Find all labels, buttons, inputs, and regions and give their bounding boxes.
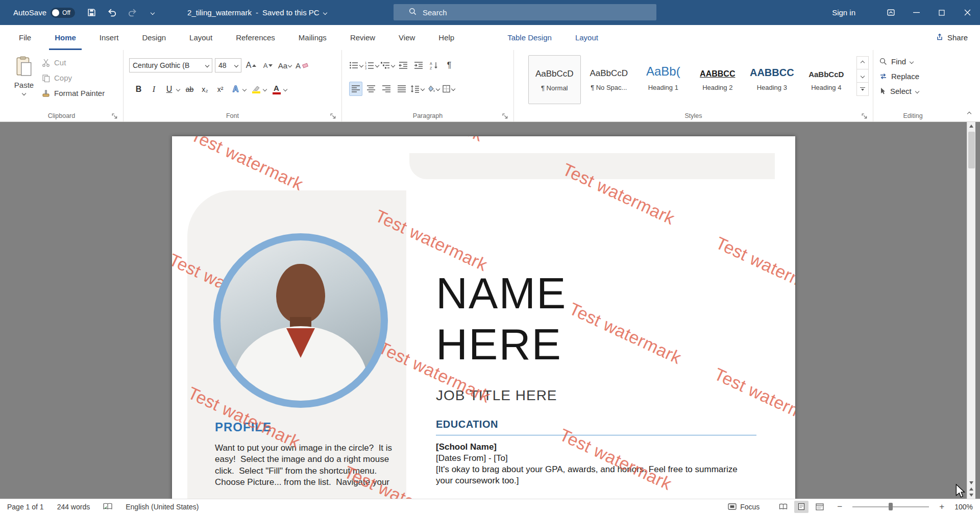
paragraph-dialog-launcher-icon[interactable] <box>502 112 508 118</box>
next-page-icon[interactable] <box>969 494 973 497</box>
italic-button[interactable]: I <box>147 82 161 97</box>
font-family-combobox[interactable]: Century Gothic (B <box>129 58 212 72</box>
tab-insert[interactable]: Insert <box>88 25 131 50</box>
ribbon-display-options-icon[interactable] <box>878 0 903 25</box>
sort-button[interactable]: AZ <box>427 58 440 72</box>
find-button[interactable]: Find <box>879 57 919 66</box>
share-button[interactable]: Share <box>936 25 968 50</box>
styles-dialog-launcher-icon[interactable] <box>862 112 868 118</box>
undo-icon[interactable] <box>107 8 117 18</box>
text-effects-chevron-icon[interactable] <box>242 87 247 91</box>
close-icon[interactable] <box>954 0 980 25</box>
underline-button[interactable]: U <box>162 82 176 97</box>
replace-button[interactable]: Replace <box>879 72 919 81</box>
decrease-indent-button[interactable] <box>397 58 410 72</box>
superscript-button[interactable]: x² <box>213 82 227 97</box>
focus-mode-button[interactable]: Focus <box>728 503 760 511</box>
tab-layout[interactable]: Layout <box>178 25 224 50</box>
style-normal[interactable]: AaBbCcD ¶ Normal <box>528 55 581 104</box>
redo-icon[interactable] <box>127 8 137 18</box>
font-color-button[interactable]: A <box>270 82 283 97</box>
select-button[interactable]: Select <box>879 87 919 95</box>
align-right-button[interactable] <box>380 82 393 96</box>
align-center-button[interactable] <box>364 82 378 96</box>
strikethrough-button[interactable]: ab <box>183 82 197 97</box>
justify-button[interactable] <box>395 82 408 96</box>
font-dialog-launcher-icon[interactable] <box>330 112 336 118</box>
style-no-spacing[interactable]: AaBbCcD ¶ No Spac... <box>583 55 635 104</box>
grow-font-button[interactable]: A <box>244 58 258 72</box>
sign-in-button[interactable]: Sign in <box>823 8 865 17</box>
subscript-button[interactable]: x₂ <box>198 82 212 97</box>
qat-customize-chevron-icon[interactable] <box>148 8 158 18</box>
tab-mailings[interactable]: Mailings <box>287 25 338 50</box>
print-layout-view-icon[interactable] <box>794 501 808 513</box>
increase-indent-button[interactable] <box>412 58 425 72</box>
font-color-chevron-icon[interactable] <box>283 87 287 91</box>
copy-button[interactable]: Copy <box>42 74 105 82</box>
borders-button[interactable] <box>442 82 455 96</box>
document-page[interactable]: Test watermarkTest watermarkTest waterma… <box>172 136 795 499</box>
search-input[interactable]: Search <box>394 4 656 20</box>
page-number-indicator[interactable]: Page 1 of 1 <box>7 503 44 511</box>
zoom-out-button[interactable]: − <box>836 502 843 512</box>
document-canvas[interactable]: Test watermarkTest watermarkTest waterma… <box>0 122 980 499</box>
text-effects-button[interactable]: A <box>229 82 242 97</box>
highlight-color-button[interactable] <box>249 82 263 97</box>
paste-button[interactable]: Paste <box>9 56 39 107</box>
scroll-down-arrow-icon[interactable] <box>969 481 973 484</box>
document-title[interactable]: 2_tiling_watermark - Saved to this PC <box>187 8 327 17</box>
multilevel-list-button[interactable] <box>381 58 395 72</box>
bold-button[interactable]: B <box>132 82 145 97</box>
tab-references[interactable]: References <box>224 25 287 50</box>
tab-review[interactable]: Review <box>338 25 387 50</box>
tab-table-layout[interactable]: Layout <box>564 25 610 50</box>
scrollbar-thumb[interactable] <box>968 132 975 168</box>
zoom-level-indicator[interactable]: 100% <box>954 503 973 511</box>
language-indicator[interactable]: English (United States) <box>126 503 199 511</box>
tab-table-design[interactable]: Table Design <box>496 25 564 50</box>
shading-button[interactable] <box>426 82 439 96</box>
align-left-button[interactable] <box>349 82 362 96</box>
zoom-in-button[interactable]: + <box>938 502 945 512</box>
style-heading-2[interactable]: AABBCC Heading 2 <box>692 55 744 104</box>
save-icon[interactable] <box>86 8 96 18</box>
line-spacing-button[interactable] <box>410 82 424 96</box>
cut-button[interactable]: Cut <box>42 58 105 67</box>
autosave-toggle[interactable]: Off <box>51 8 75 18</box>
tab-design[interactable]: Design <box>130 25 178 50</box>
styles-scroll-up-icon[interactable] <box>856 56 869 69</box>
zoom-slider-knob[interactable] <box>889 503 893 510</box>
style-heading-3[interactable]: AABBCC Heading 3 <box>746 55 798 104</box>
highlight-chevron-icon[interactable] <box>263 87 267 91</box>
collapse-ribbon-icon[interactable] <box>968 108 971 117</box>
styles-gallery-more-icon[interactable] <box>856 83 869 96</box>
scroll-up-arrow-icon[interactable] <box>969 125 973 128</box>
previous-page-icon[interactable] <box>969 487 973 491</box>
tab-help[interactable]: Help <box>427 25 466 50</box>
minimize-icon[interactable] <box>903 0 929 25</box>
proofing-errors-icon[interactable] <box>103 503 112 510</box>
bullets-button[interactable] <box>349 58 363 72</box>
profile-photo[interactable] <box>213 233 388 408</box>
tab-home[interactable]: Home <box>43 25 88 50</box>
style-heading-1[interactable]: AaBb( Heading 1 <box>637 55 690 104</box>
show-hide-marks-button[interactable]: ¶ <box>443 58 456 72</box>
style-heading-4[interactable]: AaBbCcD Heading 4 <box>800 55 853 104</box>
styles-scroll-down-icon[interactable] <box>856 69 869 83</box>
underline-chevron-icon[interactable] <box>176 87 180 91</box>
shrink-font-button[interactable]: A <box>261 58 275 72</box>
zoom-slider[interactable] <box>852 506 929 507</box>
format-painter-button[interactable]: Format Painter <box>42 89 105 97</box>
maximize-icon[interactable] <box>929 0 954 25</box>
word-count-indicator[interactable]: 244 words <box>57 503 90 511</box>
change-case-button[interactable]: Aa <box>278 58 292 72</box>
tab-view[interactable]: View <box>387 25 427 50</box>
clear-formatting-button[interactable]: A <box>295 58 309 72</box>
vertical-scrollbar[interactable] <box>967 122 975 499</box>
tab-file[interactable]: File <box>7 25 43 50</box>
clipboard-dialog-launcher-icon[interactable] <box>112 112 118 118</box>
numbering-button[interactable]: 123 <box>365 58 379 72</box>
web-layout-view-icon[interactable] <box>813 501 827 513</box>
font-size-combobox[interactable]: 48 <box>215 58 241 72</box>
